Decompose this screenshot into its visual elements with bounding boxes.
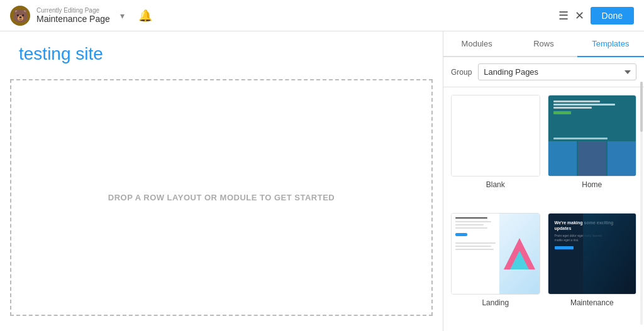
thumb-home-overlay (553, 100, 631, 114)
drop-text: DROP A ROW LAYOUT OR MODULE TO GET START… (108, 193, 335, 202)
thumb-bullet-1 (455, 242, 496, 244)
avatar: 🐻 (10, 6, 30, 26)
thumb-landing-line-4 (455, 227, 487, 229)
header-right: ☰ ✕ Done (558, 7, 634, 24)
thumb-bullet-2 (455, 246, 491, 247)
canvas-inner: testing site DROP A ROW LAYOUT OR MODULE… (0, 31, 443, 331)
header: 🐻 Currently Editing Page Maintenance Pag… (0, 0, 644, 31)
tab-rows[interactable]: Rows (510, 31, 577, 57)
header-title: Maintenance Page (36, 14, 110, 24)
thumb-landing-line-2 (455, 221, 491, 222)
thumb-landing-triangle (504, 238, 535, 269)
header-left: 🐻 Currently Editing Page Maintenance Pag… (10, 6, 152, 26)
thumb-home-images (548, 141, 636, 176)
group-select[interactable]: Landing Pages All Blog eCommerce (478, 63, 636, 80)
chevron-down-icon[interactable]: ▾ (120, 11, 125, 21)
site-title: testing site (0, 31, 443, 74)
panel-tabs: Modules Rows Templates (443, 31, 644, 57)
bell-icon[interactable]: 🔔 (138, 9, 152, 23)
thumb-landing-bullets (455, 242, 496, 250)
tab-modules[interactable]: Modules (443, 31, 510, 57)
canvas: testing site DROP A ROW LAYOUT OR MODULE… (0, 31, 443, 331)
thumb-img-3 (608, 141, 636, 176)
thumb-blank-visual (452, 95, 540, 176)
header-subtitle: Currently Editing Page (36, 7, 110, 14)
done-button[interactable]: Done (591, 7, 634, 24)
thumb-maint-btn (555, 246, 574, 249)
template-thumb-blank (451, 95, 540, 176)
template-item-landing[interactable]: Landing (451, 213, 540, 323)
panel: Modules Rows Templates Group Landing Pag… (443, 31, 644, 331)
panel-scrollbar-thumb (640, 82, 643, 132)
template-thumb-home (548, 95, 637, 176)
template-label-landing: Landing (482, 298, 509, 307)
template-grid: Blank (443, 87, 644, 331)
thumb-img-1 (548, 141, 577, 176)
thumb-maint-bg (583, 214, 636, 294)
main-area: testing site DROP A ROW LAYOUT OR MODULE… (0, 31, 644, 331)
header-title-block: Currently Editing Page Maintenance Page (36, 7, 110, 24)
template-thumb-landing (451, 213, 540, 295)
template-thumb-maintenance: We're making some exciting updates Proin… (548, 213, 637, 295)
thumb-line-1 (553, 100, 600, 102)
thumb-heading-line (553, 138, 608, 139)
tab-templates[interactable]: Templates (577, 31, 644, 57)
thumb-img-2 (578, 141, 606, 176)
thumb-landing-right (499, 214, 540, 294)
template-label-blank: Blank (486, 180, 505, 189)
panel-scrollbar (640, 82, 643, 325)
canvas-drop-zone[interactable]: DROP A ROW LAYOUT OR MODULE TO GET START… (10, 79, 433, 316)
thumb-home-visual (548, 95, 636, 176)
thumb-home-btn (553, 111, 571, 114)
template-label-home: Home (582, 180, 602, 189)
template-label-maintenance: Maintenance (570, 298, 614, 307)
thumb-landing-line-1 (455, 217, 487, 219)
group-filter: Group Landing Pages All Blog eCommerce (443, 57, 644, 87)
menu-icon[interactable]: ☰ (558, 9, 569, 23)
thumb-landing-line-3 (455, 224, 484, 225)
thumb-landing-left (452, 214, 499, 294)
thumb-landing-visual (452, 214, 540, 294)
thumb-maintenance-visual: We're making some exciting updates Proin… (548, 214, 636, 294)
thumb-landing-btn (455, 233, 467, 236)
thumb-line-3 (553, 107, 592, 109)
close-icon[interactable]: ✕ (575, 9, 584, 23)
thumb-line-2 (553, 104, 616, 106)
thumb-home-heading (553, 138, 631, 139)
thumb-bullet-3 (455, 249, 494, 250)
template-item-home[interactable]: Home (548, 95, 637, 205)
template-item-maintenance[interactable]: We're making some exciting updates Proin… (548, 213, 637, 323)
avatar-icon: 🐻 (13, 8, 28, 23)
template-item-blank[interactable]: Blank (451, 95, 540, 205)
group-label: Group (451, 68, 472, 77)
thumb-home-text-block (553, 100, 631, 109)
